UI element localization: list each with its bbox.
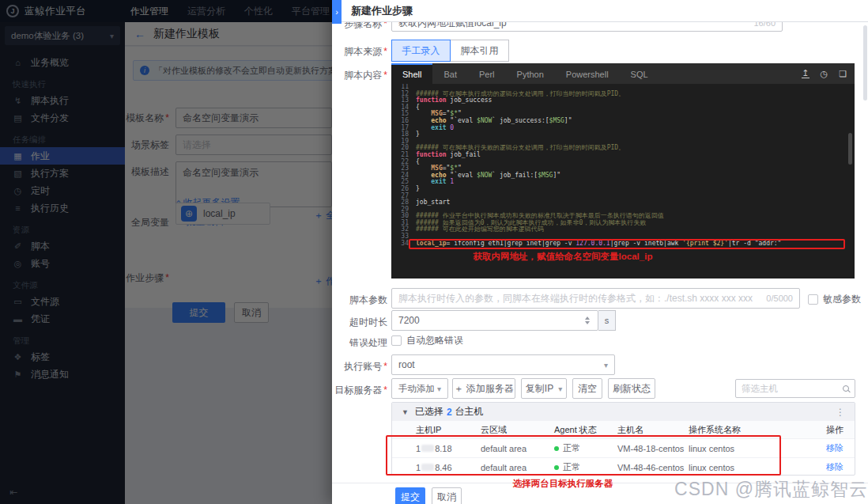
history-icon[interactable]: ◷: [821, 70, 828, 78]
drawer-submit-button[interactable]: 提交: [395, 487, 425, 504]
timeout-unit-button[interactable]: s: [598, 310, 616, 331]
host-filter-input[interactable]: 筛选主机: [735, 379, 855, 398]
timeout-label: 超时时长: [332, 316, 387, 329]
drawer-scrollbar[interactable]: [863, 25, 867, 100]
drawer-header: 新建作业步骤: [332, 0, 868, 22]
os-name: linux centos: [689, 439, 734, 457]
script-editor[interactable]: ShellBatPerlPythonPowershellSQL ↥ ◷ ❏ 11…: [391, 63, 855, 279]
column-header: 主机IP: [416, 421, 441, 438]
annotation-text-code: 获取内网地址，赋值给命名空间变量local_ip: [391, 251, 734, 263]
exec-account-select[interactable]: root ▾: [391, 354, 615, 375]
host-panel-header[interactable]: ▼ 已选择 2 台主机 ⋮: [392, 403, 855, 421]
agent-status: 正常: [554, 458, 580, 476]
code-line: 17 exit 0: [391, 125, 855, 132]
host-table: 主机IP云区域Agent 状态主机名操作系统名称操作18.18default a…: [392, 421, 855, 476]
sensitive-param-label: 敏感参数: [823, 293, 861, 306]
selected-host-panel: ▼ 已选择 2 台主机 ⋮ 主机IP云区域Agent 状态主机名操作系统名称操作…: [391, 402, 855, 476]
script-content-label: 脚本内容: [332, 69, 387, 82]
script-param-label: 脚本参数: [332, 294, 387, 307]
chevron-down-icon: ▾: [558, 385, 562, 393]
selected-hosts-count: 2: [447, 407, 452, 418]
code-line: 13function job_success: [391, 97, 855, 104]
host-table-header: 主机IP云区域Agent 状态主机名操作系统名称操作: [392, 421, 855, 438]
script-source-label: 脚本来源: [332, 45, 387, 59]
ignore-error-checkbox[interactable]: [391, 335, 402, 346]
code-line: 26}: [391, 186, 855, 193]
selected-hosts-prefix: 已选择: [415, 405, 443, 419]
modal-mask[interactable]: [0, 0, 332, 504]
kebab-menu-icon[interactable]: ⋮: [836, 407, 845, 418]
editor-tab-bat[interactable]: Bat: [432, 63, 468, 84]
add-server-button[interactable]: ＋ 添加服务器: [452, 378, 515, 399]
editor-tab-shell[interactable]: Shell: [391, 63, 432, 84]
chevron-down-icon: ▾: [437, 385, 441, 393]
drawer-title: 新建作业步骤: [351, 4, 413, 18]
timeout-input[interactable]: 7200: [391, 310, 598, 331]
fullscreen-icon[interactable]: ❏: [839, 70, 847, 78]
clear-button[interactable]: 清空: [572, 378, 602, 399]
column-header: 操作系统名称: [689, 421, 741, 438]
host-table-row[interactable]: 18.46default area正常VM-48-46-centoslinux …: [392, 457, 855, 476]
caret-down-icon[interactable]: ▼: [402, 408, 409, 416]
annotation-box-code-line: [409, 239, 845, 249]
code-line: 16 echo "`eval $NOW` job_success:[$MSG]": [391, 118, 855, 125]
status-dot-icon: [554, 446, 559, 451]
selected-hosts-suffix: 台主机: [455, 405, 484, 419]
sensitive-param-checkbox[interactable]: [808, 294, 818, 305]
os-name: linux centos: [689, 458, 734, 476]
app-window: J 蓝鲸作业平台 作业管理运营分析个性化平台管理 demo体验业务 (3) ▾ …: [0, 0, 868, 504]
agent-status: 正常: [554, 439, 580, 457]
column-header: 云区域: [481, 421, 507, 438]
cloud-area: default area: [481, 458, 526, 476]
ignore-error-label: 自动忽略错误: [406, 334, 463, 347]
watermark: CSDN @腾讯蓝鲸智云: [674, 477, 868, 502]
editor-tab-python[interactable]: Python: [506, 63, 555, 84]
script-param-counter: 0/5000: [766, 294, 793, 303]
code-line: 18}: [391, 131, 855, 138]
add-mode-select[interactable]: 手动添加 ▾: [391, 378, 448, 399]
host-table-row[interactable]: 18.18default area正常VM-48-18-centoslinux …: [392, 438, 855, 457]
ignore-error-field: 自动忽略错误: [391, 334, 463, 347]
script-param-input[interactable]: 脚本执行时传入的参数，同脚本在终端执行时的传参格式，如：./test.sh xx…: [391, 288, 800, 309]
host-ip: 18.18: [416, 439, 452, 457]
column-header: 操作: [826, 421, 843, 438]
exec-account-label: 执行账号: [332, 360, 387, 373]
remove-host-link[interactable]: 移除: [826, 439, 843, 457]
code-line: 24 echo "`eval $NOW` job_fail:[$MSG]": [391, 172, 855, 180]
editor-tab-powershell[interactable]: Powershell: [555, 63, 620, 84]
code-line: 25 exit 1: [391, 179, 855, 186]
editor-scrollbar[interactable]: [848, 133, 852, 165]
script-source-option[interactable]: 脚本引用: [450, 40, 509, 62]
copy-ip-button[interactable]: 复制IP▾: [521, 378, 567, 399]
error-handle-label: 错误处理: [332, 336, 387, 350]
drawer-cancel-button[interactable]: 取消: [432, 487, 462, 504]
refresh-status-button[interactable]: 刷新状态: [608, 378, 655, 399]
code-line: 27: [391, 193, 855, 200]
target-server-label: 目标服务器: [332, 384, 387, 397]
editor-toolbar: ↥ ◷ ❏: [802, 63, 847, 84]
sensitive-param-field: 敏感参数: [808, 293, 861, 306]
drawer-collapse-handle[interactable]: ›: [332, 0, 342, 24]
editor-language-tabs: ShellBatPerlPythonPowershellSQL: [391, 63, 855, 84]
column-header: 主机名: [617, 421, 643, 438]
chevron-down-icon: ▾: [604, 361, 608, 369]
status-dot-icon: [554, 465, 559, 470]
editor-tab-perl[interactable]: Perl: [468, 63, 506, 84]
editor-tab-sql[interactable]: SQL: [620, 63, 659, 84]
host-ip: 18.46: [416, 458, 452, 476]
masked-ip-segment: [421, 445, 434, 452]
remove-host-link[interactable]: 移除: [826, 458, 843, 476]
code-line: 32###### 可在此处开始编写您的脚本逻辑代码: [391, 226, 855, 233]
number-stepper[interactable]: [585, 316, 591, 324]
code-lines[interactable]: 1112###### 可在脚本执行成功的逻辑分支处调用，打印当时的时间戳及PID…: [391, 84, 855, 279]
new-step-drawer: 新建作业步骤 › 步骤名称 获取内网地址赋值local_ip 16/60 脚本来…: [332, 0, 868, 504]
code-line: 21function job_fail: [391, 152, 855, 159]
script-source-toggle: 手工录入脚本引用: [391, 40, 509, 62]
upload-script-icon[interactable]: ↥: [802, 69, 809, 78]
masked-ip-segment: [421, 464, 434, 471]
column-header: Agent 状态: [554, 421, 597, 438]
hostname: VM-48-46-centos: [617, 458, 684, 476]
hostname: VM-48-18-centos: [617, 439, 684, 457]
script-source-option[interactable]: 手工录入: [391, 40, 451, 62]
search-icon: [843, 385, 849, 392]
